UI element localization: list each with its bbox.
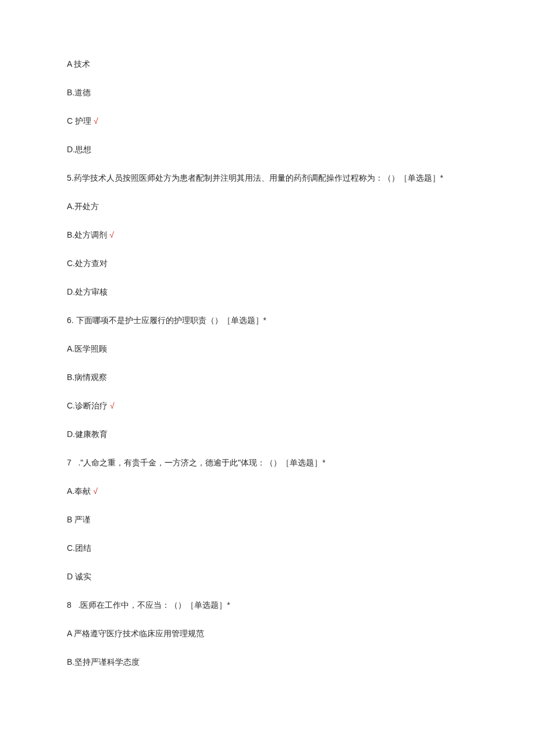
doc-line: B.病情观察 bbox=[67, 371, 468, 384]
line-text: A.奉献 bbox=[67, 486, 91, 496]
line-text: 6. 下面哪项不是护士应履行的护理职责（）［单选题］* bbox=[67, 316, 266, 325]
doc-line: C 护理√ bbox=[67, 115, 468, 127]
doc-line: C.团结 bbox=[67, 542, 468, 554]
doc-line: A.医学照顾 bbox=[67, 343, 468, 355]
check-icon: √ bbox=[93, 486, 98, 496]
doc-line: A.奉献√ bbox=[67, 485, 468, 497]
line-text: D 诚实 bbox=[67, 572, 91, 581]
line-text: B.处方调剂 bbox=[67, 230, 107, 239]
doc-line: D.处方审核 bbox=[67, 286, 468, 298]
line-text: A.医学照顾 bbox=[67, 344, 107, 353]
doc-line: B.道德 bbox=[67, 87, 468, 99]
doc-line: C.处方查对 bbox=[67, 257, 468, 270]
doc-line: 8 .医师在工作中，不应当：（）［单选题］* bbox=[67, 599, 468, 611]
line-text: D.处方审核 bbox=[67, 287, 108, 296]
doc-line: A.开处方 bbox=[67, 200, 468, 213]
line-text: C 护理 bbox=[67, 116, 91, 126]
doc-line: B.坚持严谨科学态度 bbox=[67, 656, 468, 668]
doc-line: B 严谨 bbox=[67, 514, 468, 526]
doc-line: 5.药学技术人员按照医师处方为患者配制并注明其用法、用量的药剂调配操作过程称为：… bbox=[67, 172, 468, 184]
doc-line: 6. 下面哪项不是护士应履行的护理职责（）［单选题］* bbox=[67, 314, 468, 327]
check-icon: √ bbox=[94, 116, 98, 126]
doc-line: A 技术 bbox=[67, 58, 468, 70]
doc-line: C.诊断治疗√ bbox=[67, 400, 468, 412]
line-text: B 严谨 bbox=[67, 515, 91, 524]
line-text: A 技术 bbox=[67, 59, 90, 69]
line-text: B.病情观察 bbox=[67, 372, 107, 382]
doc-line: D.健康教育 bbox=[67, 428, 468, 440]
doc-line: A 严格遵守医疗技术临床应用管理规范 bbox=[67, 628, 468, 640]
check-icon: √ bbox=[110, 401, 115, 410]
line-text: C.诊断治疗 bbox=[67, 401, 108, 410]
line-text: 8 .医师在工作中，不应当：（）［单选题］* bbox=[67, 600, 230, 610]
line-text: C.处方查对 bbox=[67, 259, 108, 268]
line-text: 5.药学技术人员按照医师处方为患者配制并注明其用法、用量的药剂调配操作过程称为：… bbox=[67, 173, 443, 182]
doc-line: D 诚实 bbox=[67, 571, 468, 583]
doc-line: 7 ."人命之重，有贵千金，一方济之，德逾于此"体现：（）［单选题］* bbox=[67, 457, 468, 469]
line-text: D.健康教育 bbox=[67, 429, 108, 439]
doc-line: B.处方调剂√ bbox=[67, 229, 468, 241]
line-text: A 严格遵守医疗技术临床应用管理规范 bbox=[67, 629, 204, 638]
line-text: B.道德 bbox=[67, 88, 91, 97]
check-icon: √ bbox=[109, 230, 114, 239]
line-text: C.团结 bbox=[67, 543, 91, 553]
line-text: D.思想 bbox=[67, 145, 91, 154]
line-text: 7 ."人命之重，有贵千金，一方济之，德逾于此"体现：（）［单选题］* bbox=[67, 458, 326, 467]
line-text: A.开处方 bbox=[67, 202, 99, 211]
doc-line: D.思想 bbox=[67, 144, 468, 156]
line-text: B.坚持严谨科学态度 bbox=[67, 657, 140, 667]
